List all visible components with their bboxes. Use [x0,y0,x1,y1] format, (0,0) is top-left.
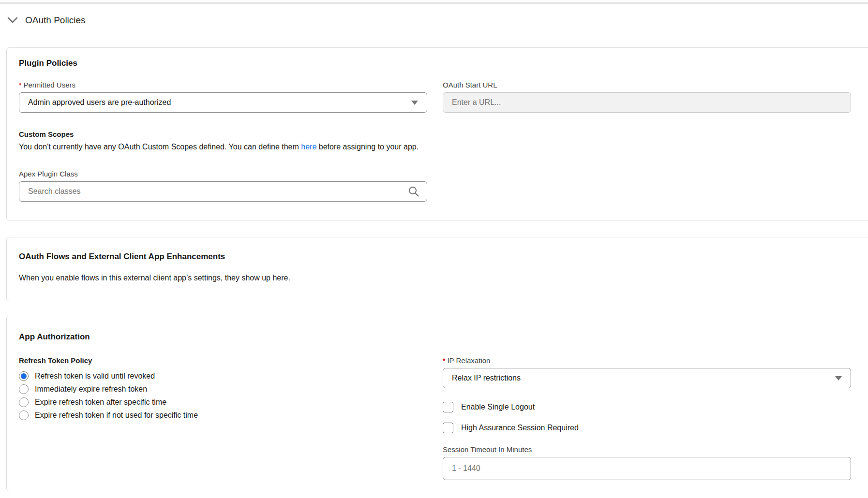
custom-scopes-text: You don't currently have any OAuth Custo… [19,141,851,152]
ip-relaxation-select[interactable]: Relax IP restrictions [443,368,851,388]
permitted-users-field: * Permitted Users Admin approved users a… [19,81,427,113]
radio-icon[interactable] [19,410,29,420]
radio-icon[interactable] [19,371,29,381]
required-asterisk: * [443,357,445,365]
radio-expire-if-not-used[interactable]: Expire refresh token if not used for spe… [19,409,427,422]
ip-relaxation-value: Relax IP restrictions [452,374,835,382]
app-authorization-card: App Authorization Refresh Token Policy R… [6,316,868,491]
session-timeout-label: Session Timeout In Minutes [443,445,851,454]
oauth-flows-card: OAuth Flows and External Client App Enha… [6,237,868,301]
radio-immediately-expire[interactable]: Immediately expire refresh token [19,382,427,395]
page-title: OAuth Policies [25,15,86,26]
session-timeout-input[interactable] [443,457,851,480]
radio-expire-after-time[interactable]: Expire refresh token after specific time [19,395,427,409]
section-top-divider [0,2,868,4]
dropdown-arrow-icon [835,376,842,381]
chevron-down-icon[interactable] [7,17,18,24]
permitted-users-value: Admin approved users are pre-authorized [28,98,411,107]
checkbox-icon[interactable] [443,423,453,433]
plugin-policies-card: Plugin Policies * Permitted Users Admin … [6,47,868,220]
checkbox-icon[interactable] [443,402,453,412]
apex-plugin-class-label: Apex Plugin Class [19,170,427,178]
required-asterisk: * [19,81,21,89]
radio-refresh-valid-until-revoked[interactable]: Refresh token is valid until revoked [19,369,427,382]
refresh-token-policy-label: Refresh Token Policy [19,356,427,365]
radio-icon[interactable] [19,384,29,394]
apex-plugin-class-field: Apex Plugin Class [19,170,427,202]
oauth-flows-title: OAuth Flows and External Client App Enha… [19,237,851,262]
custom-scopes-title: Custom Scopes [19,130,851,138]
oauth-start-url-input[interactable] [443,92,851,113]
apex-class-search-input[interactable] [19,181,427,202]
high-assurance-session-checkbox-row[interactable]: High Assurance Session Required [443,423,851,433]
app-authorization-title: App Authorization [19,316,851,342]
oauth-flows-description: When you enable flows in this external c… [19,272,851,283]
ip-relaxation-label: * IP Relaxation [443,356,851,365]
app-authorization-right-column: * IP Relaxation Relax IP restrictions En… [443,356,851,480]
oauth-start-url-label: OAuth Start URL [443,81,851,89]
radio-icon[interactable] [19,397,29,407]
permitted-users-label: * Permitted Users [19,81,427,89]
dropdown-arrow-icon [411,101,418,105]
enable-single-logout-checkbox-row[interactable]: Enable Single Logout [443,402,851,412]
oauth-policies-section-header: OAuth Policies [7,15,868,26]
oauth-start-url-field: OAuth Start URL [443,81,851,113]
permitted-users-select[interactable]: Admin approved users are pre-authorized [19,92,427,113]
define-scopes-link[interactable]: here [301,143,316,151]
refresh-token-policy-group: Refresh Token Policy Refresh token is va… [19,356,427,480]
plugin-policies-title: Plugin Policies [19,48,851,68]
